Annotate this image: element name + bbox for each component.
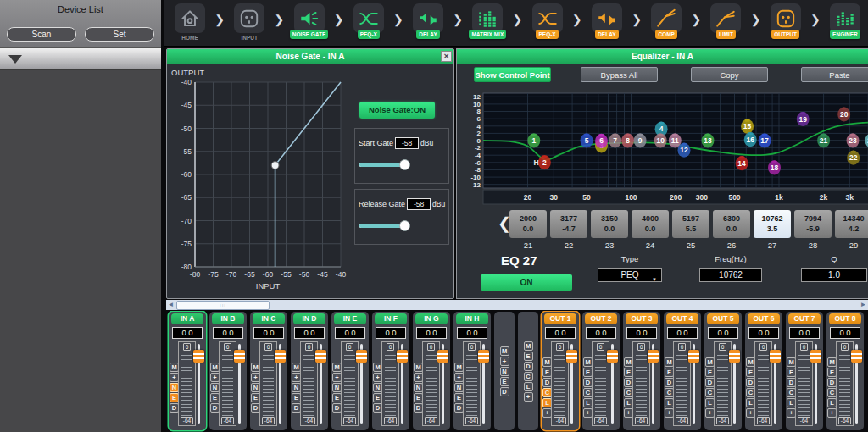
fader-handle[interactable] (566, 350, 577, 363)
horizontal-scrollbar[interactable]: ◄ ⁞⁞⁞ ► (166, 300, 868, 310)
master-button-plus[interactable]: + (500, 357, 509, 366)
channel-strip-in-h[interactable]: IN H0.0M+NED6-64 (453, 312, 491, 430)
master-button-e[interactable]: E (524, 352, 533, 361)
eq-band-cell-22[interactable]: 3177-4.7 (550, 210, 587, 238)
toolbar-item-peq-x[interactable]: PEQ-X (349, 2, 388, 39)
channel-strip-out-2[interactable]: OUT 20.0MEDCL+6-64 (582, 312, 620, 430)
channel-strip-out-7[interactable]: OUT 70.0MEDCL+6-64 (786, 312, 823, 430)
eq-band-cell-21[interactable]: 20000.0 (509, 210, 547, 238)
slider-thumb[interactable] (399, 220, 410, 231)
fader-handle[interactable] (315, 350, 326, 363)
channel-gain-value[interactable]: 0.0 (253, 327, 284, 339)
master-button-d[interactable]: D (524, 362, 533, 371)
channel-gain-value[interactable]: 0.0 (416, 327, 447, 339)
channel-gain-value[interactable]: 0.0 (457, 327, 487, 339)
master-button-d[interactable]: D (500, 387, 509, 396)
eq-point-13[interactable]: 13 (702, 133, 715, 147)
noise-gate-on-button[interactable]: Noise Gate:ON (359, 102, 435, 119)
fader-handle[interactable] (275, 350, 286, 363)
master-button-plus[interactable]: + (524, 392, 533, 402)
fader-handle[interactable] (607, 350, 618, 363)
channel-strip-out-6[interactable]: OUT 60.0MEDCL+6-64 (745, 312, 782, 430)
eq-point-21[interactable]: 21 (817, 133, 830, 147)
channel-strip-out-1[interactable]: OUT 10.0MEDCL+6-64 (542, 312, 579, 430)
eq-point-16[interactable]: 16 (744, 132, 757, 147)
channel-gain-value[interactable]: 0.0 (545, 327, 576, 339)
channel-gain-value[interactable]: 0.0 (708, 327, 738, 339)
eq-point-23[interactable]: 23 (847, 133, 860, 147)
toolbar-item-delay[interactable]: DELAY (409, 2, 448, 39)
eq-band-cell-27[interactable]: 107623.5 (754, 210, 791, 238)
fader-handle[interactable] (688, 350, 699, 363)
eq-point-19[interactable]: 19 (797, 112, 810, 126)
bypass-all-button[interactable]: Bypass All (581, 67, 658, 82)
eq-point-15[interactable]: 15 (741, 119, 754, 134)
toolbar-item-home[interactable]: HOME (170, 2, 209, 42)
channel-gain-value[interactable]: 0.0 (376, 327, 406, 339)
eq-point-5[interactable]: 5 (581, 133, 593, 147)
start-gate-value[interactable]: -58 (395, 137, 419, 149)
fader-handle[interactable] (851, 350, 862, 363)
eq-band-cell-29[interactable]: 143404.2 (835, 210, 868, 238)
channel-strip-in-d[interactable]: IN D0.0M+NED6-64 (291, 312, 328, 430)
fader-handle[interactable] (810, 350, 821, 363)
release-gate-value[interactable]: -58 (407, 198, 431, 210)
toolbar-item-output-out[interactable]: OUTPUT (766, 2, 805, 39)
channel-gain-value[interactable]: 0.0 (626, 327, 657, 339)
slider-thumb[interactable] (399, 159, 410, 170)
toolbar-item-peq-x-out[interactable]: PEQ-X (528, 2, 567, 39)
master-button-m[interactable]: M (524, 341, 533, 351)
master-button-m[interactable]: M (500, 346, 509, 356)
eq-band-cell-28[interactable]: 7994-5.9 (794, 210, 832, 238)
fader-handle[interactable] (729, 350, 740, 363)
channel-strip-in-b[interactable]: IN B0.0M+NED6-64 (209, 312, 247, 430)
channel-gain-value[interactable]: 0.0 (335, 327, 365, 339)
toolbar-item-input[interactable]: INPUT (230, 2, 269, 42)
fader-handle[interactable] (478, 350, 489, 363)
toolbar-item-delay-out[interactable]: DELAY (587, 2, 626, 39)
eq-band-cell-25[interactable]: 51975.5 (672, 210, 709, 238)
eq-point-20[interactable]: 20 (837, 107, 850, 121)
paste-button[interactable]: Paste (801, 67, 868, 82)
master-button-c[interactable]: C (524, 372, 533, 381)
channel-strip-out-4[interactable]: OUT 40.0MEDCL+6-64 (664, 312, 701, 430)
freq-input[interactable]: 10762 (699, 268, 762, 282)
eq-band-cell-24[interactable]: 40000.0 (632, 210, 669, 238)
release-gate-slider[interactable] (359, 219, 442, 231)
toolbar-item-limit-out[interactable]: LIMIT (706, 2, 745, 39)
channel-gain-value[interactable]: 0.0 (748, 327, 779, 339)
toolbar-item-noise-gate[interactable]: NOISE GATE (290, 2, 329, 39)
master-button-l[interactable]: L (524, 382, 533, 391)
scrollbar-thumb[interactable]: ⁞⁞⁞ (176, 301, 270, 310)
eq-point-6[interactable]: 6 (595, 134, 608, 148)
q-input[interactable]: 1.0 (801, 268, 867, 282)
channel-strip-in-c[interactable]: IN C0.0M+NED6-64 (250, 312, 287, 430)
channel-strip-out-8[interactable]: OUT 80.0MEDCL+6-64 (826, 312, 864, 430)
channel-gain-value[interactable]: 0.0 (213, 327, 243, 339)
eq-point-8[interactable]: 8 (621, 133, 634, 147)
toolbar-item-comp-out[interactable]: COMP (647, 2, 686, 39)
eq-band-cell-26[interactable]: 63000.0 (713, 210, 750, 238)
set-button[interactable]: Set (85, 27, 154, 42)
eq-point-22[interactable]: 22 (847, 151, 860, 165)
eq-point-14[interactable]: 14 (736, 156, 748, 170)
channel-gain-value[interactable]: 0.0 (789, 327, 820, 339)
eq-point-12[interactable]: 12 (678, 143, 691, 158)
gate-threshold-handle[interactable] (271, 162, 279, 169)
scroll-left-icon[interactable]: ◄ (166, 300, 175, 310)
channel-strip-out-3[interactable]: OUT 30.0MEDCL+6-64 (623, 312, 660, 430)
noise-gate-plot[interactable]: -40-45-50-55-60-65-70-75-80-80-75-70-65-… (170, 65, 351, 296)
fader-handle[interactable] (770, 350, 781, 363)
master-button-e[interactable]: E (500, 377, 509, 386)
equalizer-plot[interactable]: 121086420-2-4-6-8-10-1220305010020030050… (461, 88, 868, 208)
scroll-right-icon[interactable]: ► (859, 300, 868, 310)
eq-point-9[interactable]: 9 (634, 133, 647, 147)
fader-handle[interactable] (437, 350, 448, 363)
eq-band-cell-23[interactable]: 31500.0 (591, 210, 628, 238)
channel-gain-value[interactable]: 0.0 (830, 327, 860, 339)
channel-strip-in-a[interactable]: IN A0.0M+NED6-64 (169, 312, 206, 430)
channel-strip-out-5[interactable]: OUT 50.0MEDCL+6-64 (704, 312, 742, 430)
fader-handle[interactable] (648, 350, 659, 363)
channel-gain-value[interactable]: 0.0 (586, 327, 616, 339)
channel-gain-value[interactable]: 0.0 (294, 327, 325, 339)
